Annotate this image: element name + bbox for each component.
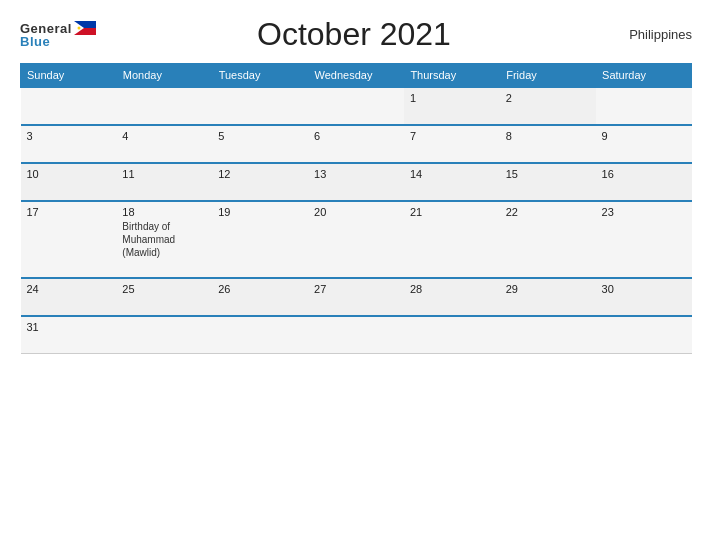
day-number: 2 [506, 92, 590, 104]
calendar-cell: 29 [500, 278, 596, 316]
calendar-cell: 22 [500, 201, 596, 278]
day-number: 12 [218, 168, 302, 180]
calendar-cell: 5 [212, 125, 308, 163]
logo-flag-icon [74, 21, 96, 35]
day-number: 31 [27, 321, 111, 333]
calendar-cell [116, 87, 212, 125]
calendar-cell: 14 [404, 163, 500, 201]
calendar-cell: 24 [21, 278, 117, 316]
calendar-cell [404, 316, 500, 354]
header-thursday: Thursday [404, 64, 500, 88]
calendar-cell [308, 87, 404, 125]
calendar-cell: 26 [212, 278, 308, 316]
header-wednesday: Wednesday [308, 64, 404, 88]
calendar-week-row: 10111213141516 [21, 163, 692, 201]
calendar-cell: 10 [21, 163, 117, 201]
day-number: 13 [314, 168, 398, 180]
day-number: 4 [122, 130, 206, 142]
day-number: 30 [602, 283, 686, 295]
calendar-cell: 12 [212, 163, 308, 201]
calendar-cell: 21 [404, 201, 500, 278]
calendar-week-row: 12 [21, 87, 692, 125]
calendar-cell [212, 316, 308, 354]
calendar-cell [596, 316, 692, 354]
calendar-week-row: 1718Birthday of Muhammad (Mawlid)1920212… [21, 201, 692, 278]
calendar-cell: 13 [308, 163, 404, 201]
calendar-week-row: 24252627282930 [21, 278, 692, 316]
day-number: 11 [122, 168, 206, 180]
day-number: 14 [410, 168, 494, 180]
day-number: 28 [410, 283, 494, 295]
calendar-cell: 23 [596, 201, 692, 278]
calendar-cell [21, 87, 117, 125]
day-number: 9 [602, 130, 686, 142]
header-friday: Friday [500, 64, 596, 88]
day-number: 19 [218, 206, 302, 218]
day-number: 16 [602, 168, 686, 180]
calendar-cell: 27 [308, 278, 404, 316]
calendar-title: October 2021 [96, 16, 612, 53]
calendar-cell: 2 [500, 87, 596, 125]
weekday-header-row: Sunday Monday Tuesday Wednesday Thursday… [21, 64, 692, 88]
calendar-cell: 30 [596, 278, 692, 316]
header-sunday: Sunday [21, 64, 117, 88]
calendar-cell: 11 [116, 163, 212, 201]
calendar-cell: 1 [404, 87, 500, 125]
day-number: 7 [410, 130, 494, 142]
calendar-cell: 16 [596, 163, 692, 201]
calendar-cell: 19 [212, 201, 308, 278]
calendar-cell: 3 [21, 125, 117, 163]
calendar-cell: 9 [596, 125, 692, 163]
calendar-cell [116, 316, 212, 354]
calendar-cell: 6 [308, 125, 404, 163]
country-label: Philippines [612, 27, 692, 42]
calendar-cell: 15 [500, 163, 596, 201]
calendar-cell: 17 [21, 201, 117, 278]
day-number: 5 [218, 130, 302, 142]
calendar-week-row: 3456789 [21, 125, 692, 163]
calendar-table: Sunday Monday Tuesday Wednesday Thursday… [20, 63, 692, 354]
day-number: 20 [314, 206, 398, 218]
calendar-cell: 7 [404, 125, 500, 163]
day-number: 26 [218, 283, 302, 295]
header: General Blue October 2021 Philippines [20, 16, 692, 53]
logo: General Blue [20, 21, 96, 48]
calendar-cell: 4 [116, 125, 212, 163]
logo-blue-text: Blue [20, 35, 50, 48]
svg-point-3 [77, 27, 80, 30]
calendar-cell [308, 316, 404, 354]
day-number: 6 [314, 130, 398, 142]
day-number: 24 [27, 283, 111, 295]
calendar-cell [212, 87, 308, 125]
calendar-cell: 28 [404, 278, 500, 316]
calendar-cell: 25 [116, 278, 212, 316]
calendar-cell: 8 [500, 125, 596, 163]
calendar-cell [596, 87, 692, 125]
header-saturday: Saturday [596, 64, 692, 88]
event-label: Birthday of Muhammad (Mawlid) [122, 221, 175, 258]
calendar-cell: 31 [21, 316, 117, 354]
day-number: 29 [506, 283, 590, 295]
header-tuesday: Tuesday [212, 64, 308, 88]
day-number: 10 [27, 168, 111, 180]
day-number: 22 [506, 206, 590, 218]
calendar-page: General Blue October 2021 Philippines Su… [0, 0, 712, 550]
logo-general-text: General [20, 22, 72, 35]
day-number: 21 [410, 206, 494, 218]
day-number: 8 [506, 130, 590, 142]
calendar-cell: 20 [308, 201, 404, 278]
day-number: 15 [506, 168, 590, 180]
day-number: 27 [314, 283, 398, 295]
day-number: 17 [27, 206, 111, 218]
day-number: 3 [27, 130, 111, 142]
day-number: 23 [602, 206, 686, 218]
calendar-cell [500, 316, 596, 354]
day-number: 1 [410, 92, 494, 104]
calendar-cell: 18Birthday of Muhammad (Mawlid) [116, 201, 212, 278]
header-monday: Monday [116, 64, 212, 88]
calendar-week-row: 31 [21, 316, 692, 354]
day-number: 25 [122, 283, 206, 295]
day-number: 18 [122, 206, 206, 218]
